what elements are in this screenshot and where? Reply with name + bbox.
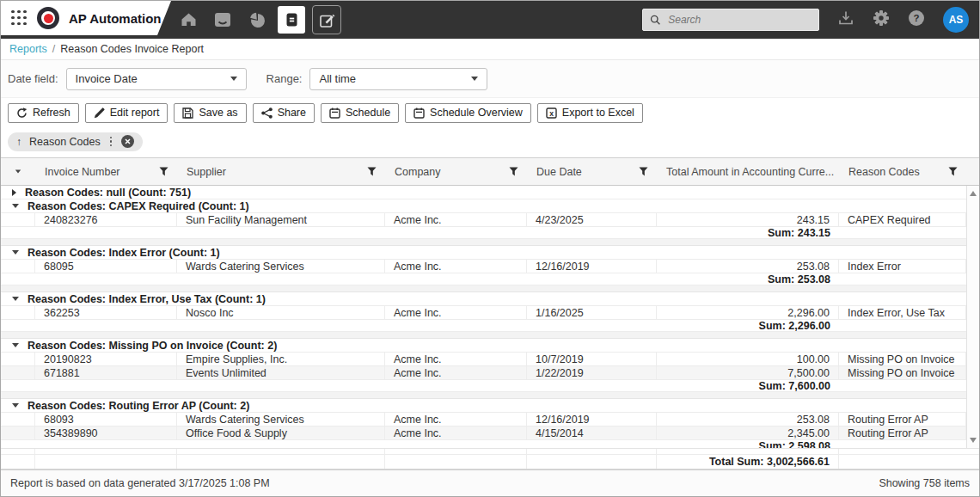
group-header-label: Reason Codes: Routing Error AP (Count: 2…	[28, 400, 249, 412]
cell: Sun Facility Management	[177, 213, 385, 226]
filter-icon[interactable]	[509, 167, 518, 176]
grid-body-rows: Reason Codes: null (Count: 751)Reason Co…	[1, 186, 966, 448]
breadcrumb-reports-link[interactable]: Reports	[9, 43, 47, 55]
caret-down-icon[interactable]	[12, 343, 19, 347]
pie-chart-icon[interactable]	[243, 6, 271, 34]
caret-down-icon[interactable]	[12, 297, 19, 301]
home-icon[interactable]	[175, 6, 202, 34]
chip-menu-icon[interactable]	[108, 135, 114, 149]
group-header-row[interactable]: Reason Codes: Index Error (Count: 1)	[1, 246, 966, 260]
row-expander-cell	[1, 213, 35, 226]
cell: Routing Error AP	[839, 426, 966, 439]
cell: Nosco Inc	[177, 306, 385, 319]
edit-report-button[interactable]: Edit report	[85, 103, 168, 123]
cell: Missing PO on Invoice	[839, 366, 966, 379]
cell: 362253	[35, 306, 177, 319]
date-field-label: Date field:	[8, 72, 58, 85]
cell: 4/23/2025	[527, 213, 657, 226]
filter-icon[interactable]	[639, 167, 648, 176]
grouping-bar: ↑ Reason Codes	[1, 127, 979, 156]
scroll-up-icon[interactable]	[970, 191, 977, 196]
column-header-due-date[interactable]: Due Date	[527, 166, 657, 178]
user-avatar[interactable]: AS	[943, 7, 969, 33]
help-icon[interactable]: ?	[908, 9, 925, 30]
row-expander-cell	[1, 306, 35, 319]
cell: 240823276	[35, 213, 177, 226]
scroll-down-icon[interactable]	[970, 438, 977, 443]
schedule-overview-button[interactable]: Schedule Overview	[405, 103, 531, 123]
table-row[interactable]: 68093Wards Catering ServicesAcme Inc.12/…	[1, 413, 966, 426]
grid-menu-cell[interactable]	[1, 169, 35, 174]
column-header-invoice-number[interactable]: Invoice Number	[35, 166, 177, 178]
group-header-label: Reason Codes: null (Count: 751)	[25, 187, 191, 199]
edit-compose-icon[interactable]	[312, 5, 341, 34]
share-button[interactable]: Share	[253, 103, 315, 123]
table-row[interactable]: 354389890Office Food & SupplyAcme Inc.4/…	[1, 426, 966, 440]
cell: 253.08	[657, 260, 839, 273]
group-sum-row: Sum: 253.08	[1, 273, 966, 285]
schedule-button[interactable]: Schedule	[321, 103, 399, 123]
search-box[interactable]	[642, 9, 819, 31]
refresh-button[interactable]: Refresh	[8, 103, 79, 123]
filter-icon[interactable]	[367, 167, 377, 176]
cell: 4/15/2014	[527, 426, 657, 439]
table-row[interactable]: 240823276Sun Facility ManagementAcme Inc…	[1, 213, 966, 227]
group-header-row[interactable]: Reason Codes: Missing PO on Invoice (Cou…	[1, 339, 966, 353]
save-as-button[interactable]: Save as	[174, 103, 246, 123]
cell: 10/7/2019	[527, 353, 657, 365]
calendar-icon	[413, 107, 425, 119]
chip-close-icon[interactable]	[121, 135, 134, 148]
grid-pinned-footer: Total Sum: 3,002,566.61	[1, 448, 979, 469]
date-field-select[interactable]: Invoice Date	[66, 68, 247, 90]
sort-asc-icon[interactable]: ↑	[16, 136, 21, 148]
column-header-total-amount[interactable]: Total Amount in Accounting Curre...	[657, 166, 839, 178]
group-header-label: Reason Codes: Missing PO on Invoice (Cou…	[28, 340, 277, 352]
breadcrumb: Reports / Reason Codes Invoice Report	[1, 39, 979, 60]
date-field-value: Invoice Date	[76, 72, 138, 85]
caret-down-icon	[15, 170, 21, 174]
search-input[interactable]	[666, 13, 812, 27]
filter-icon[interactable]	[159, 167, 168, 176]
export-to-excel-button[interactable]: x Export to Excel	[537, 103, 643, 123]
cell: Acme Inc.	[385, 426, 527, 439]
cell: 100.00	[657, 353, 839, 365]
cell: Acme Inc.	[385, 260, 527, 273]
svg-text:?: ?	[913, 13, 919, 23]
group-sum-row: Sum: 2,296.00	[1, 320, 966, 332]
group-separator-row	[1, 392, 966, 399]
tray-icon[interactable]	[209, 6, 236, 34]
lists-icon-active[interactable]	[278, 6, 305, 34]
column-header-supplier[interactable]: Supplier	[177, 166, 385, 178]
table-row[interactable]: 68095Wards Catering ServicesAcme Inc.12/…	[1, 260, 966, 273]
filter-icon[interactable]	[948, 167, 958, 176]
grid-body: Reason Codes: null (Count: 751)Reason Co…	[1, 186, 979, 448]
caret-right-icon[interactable]	[12, 189, 16, 196]
download-icon[interactable]	[837, 9, 854, 30]
group-header-row[interactable]: Reason Codes: null (Count: 751)	[1, 186, 966, 199]
table-row[interactable]: 362253Nosco IncAcme Inc.1/16/20252,296.0…	[1, 306, 966, 320]
group-header-row[interactable]: Reason Codes: Routing Error AP (Count: 2…	[1, 399, 966, 413]
group-header-row[interactable]: Reason Codes: CAPEX Required (Count: 1)	[1, 199, 966, 213]
report-grid: Invoice Number Supplier Company Due Date…	[1, 157, 979, 469]
column-header-reason-codes[interactable]: Reason Codes	[839, 166, 966, 178]
table-row[interactable]: 671881Events UnlimitedAcme Inc.1/22/2019…	[1, 366, 966, 380]
showing-items-text: Showing 758 items	[879, 477, 970, 489]
search-icon	[650, 14, 660, 26]
cell: 7,500.00	[657, 366, 839, 379]
vertical-scrollbar[interactable]	[966, 186, 979, 448]
caret-down-icon[interactable]	[12, 250, 19, 255]
group-header-row[interactable]: Reason Codes: Index Error, Use Tax (Coun…	[1, 292, 966, 306]
app-grid-icon[interactable]	[11, 10, 28, 27]
range-select[interactable]: All time	[309, 68, 487, 90]
group-separator-row	[1, 285, 966, 292]
caret-down-icon[interactable]	[12, 403, 19, 408]
toolbar: Refresh Edit report Save as Share Schedu…	[1, 98, 979, 127]
cell: Routing Error AP	[839, 413, 966, 426]
top-bar: AP Automation	[1, 1, 979, 39]
column-header-company[interactable]: Company	[385, 166, 527, 178]
settings-gear-icon[interactable]	[873, 9, 890, 30]
filter-bar: Date field: Invoice Date Range: All time	[1, 60, 979, 98]
grouping-chip-reason-codes[interactable]: ↑ Reason Codes	[8, 132, 143, 151]
caret-down-icon[interactable]	[12, 204, 19, 208]
table-row[interactable]: 20190823Empire Supplies, Inc.Acme Inc.10…	[1, 353, 966, 366]
